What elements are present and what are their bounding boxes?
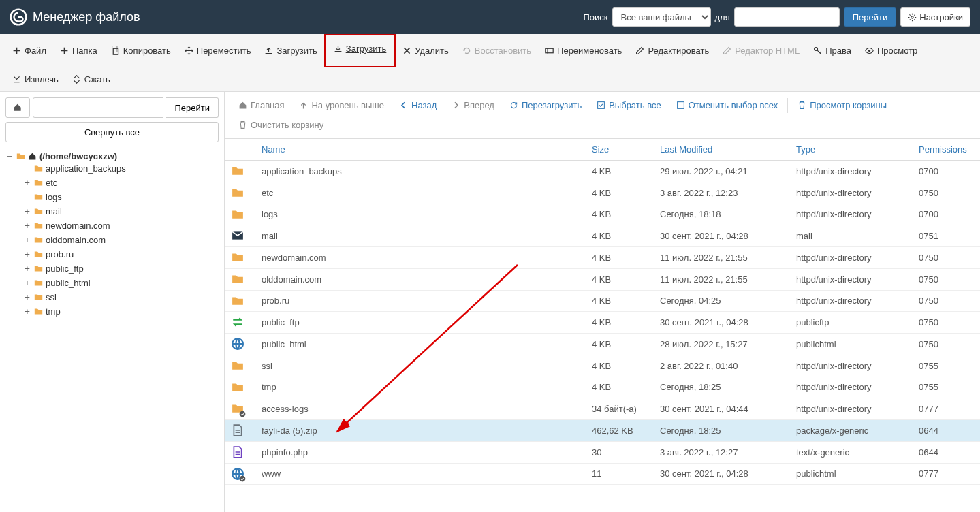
- tree-expand-icon[interactable]: +: [23, 235, 31, 245]
- cell-size: 4 KB: [585, 247, 653, 269]
- folder-icon: [34, 293, 43, 302]
- copy-button[interactable]: Копировать: [104, 39, 178, 63]
- table-row[interactable]: fayli-da (5).zip 462,62 KB Сегодня, 18:2…: [225, 420, 980, 442]
- cell-type: httpd/unix-directory: [789, 247, 912, 269]
- tree-expand-icon[interactable]: +: [23, 221, 31, 231]
- copy-label: Копировать: [123, 46, 171, 56]
- nav-up-button[interactable]: На уровень выше: [292, 96, 391, 114]
- tree-expand-icon[interactable]: [23, 163, 31, 174]
- edit-icon: [635, 46, 644, 55]
- cell-size: 4 KB: [585, 182, 653, 204]
- rename-button[interactable]: Переименовать: [538, 39, 629, 63]
- tree-root[interactable]: − (/home/bwcycxzw): [5, 151, 219, 161]
- table-row[interactable]: access-logs 34 байт(-а) 30 сент. 2021 г.…: [225, 398, 980, 420]
- tree-expand-icon[interactable]: [23, 192, 31, 202]
- table-row[interactable]: www 11 30 сент. 2021 г., 04:28 publichtm…: [225, 463, 980, 485]
- tree-item[interactable]: + ssl: [23, 292, 219, 302]
- tree-item[interactable]: + tmp: [23, 306, 219, 317]
- nav-view-trash-button[interactable]: Просмотр корзины: [791, 96, 894, 114]
- search-go-button[interactable]: Перейти: [844, 7, 897, 27]
- tree-item[interactable]: + public_ftp: [23, 263, 219, 274]
- table-row[interactable]: olddomain.com 4 KB 11 июл. 2022 г., 21:5…: [225, 268, 980, 290]
- cpanel-icon: [10, 8, 27, 26]
- table-row[interactable]: newdomain.com 4 KB 11 июл. 2022 г., 21:5…: [225, 247, 980, 269]
- search-input[interactable]: [734, 7, 840, 27]
- tree-item-label: etc: [46, 178, 57, 188]
- perms-label: Права: [825, 46, 851, 56]
- nav-back-button[interactable]: Назад: [392, 96, 443, 114]
- x-icon: [402, 46, 411, 55]
- cell-perms: 0750: [912, 290, 980, 312]
- cell-type: httpd/unix-directory: [789, 204, 912, 225]
- tree-item[interactable]: + mail: [23, 206, 219, 217]
- tree-expand-icon[interactable]: +: [23, 292, 31, 302]
- move-button[interactable]: Переместить: [178, 39, 258, 63]
- compress-button[interactable]: Сжать: [65, 67, 117, 91]
- tree-expand-icon[interactable]: +: [23, 278, 31, 288]
- col-modified-header[interactable]: Last Modified: [653, 139, 789, 161]
- tree-expand-icon[interactable]: +: [23, 206, 31, 217]
- upload-button[interactable]: Загрузить: [257, 39, 323, 63]
- cell-type: httpd/unix-directory: [789, 268, 912, 290]
- table-row[interactable]: phpinfo.php 30 3 авг. 2022 г., 12:27 tex…: [225, 441, 980, 463]
- html-editor-button[interactable]: Редактор HTML: [716, 39, 806, 63]
- link-badge-icon: [239, 475, 246, 482]
- path-input[interactable]: [33, 97, 163, 118]
- cell-size: 34 байт(-а): [585, 398, 653, 420]
- tree-expand-icon[interactable]: +: [23, 263, 31, 274]
- folder-icon: [34, 236, 43, 244]
- table-row[interactable]: tmp 4 KB Сегодня, 18:25 httpd/unix-direc…: [225, 377, 980, 398]
- path-go-button[interactable]: Перейти: [166, 97, 219, 118]
- search-scope-select[interactable]: Все ваши файлы: [612, 7, 711, 27]
- tree-item[interactable]: + newdomain.com: [23, 221, 219, 231]
- view-button[interactable]: Просмотр: [858, 39, 924, 63]
- folder-icon: [34, 250, 43, 259]
- table-row[interactable]: application_backups 4 KB 29 июл. 2022 г.…: [225, 161, 980, 182]
- cell-modified: 11 июл. 2022 г., 21:55: [653, 247, 789, 269]
- collapse-all-button[interactable]: Свернуть все: [5, 122, 219, 142]
- table-row[interactable]: etc 4 KB 3 авг. 2022 г., 12:23 httpd/uni…: [225, 182, 980, 204]
- cell-perms: 0750: [912, 182, 980, 204]
- nav-reload-button[interactable]: Перезагрузить: [503, 96, 588, 114]
- table-row[interactable]: logs 4 KB Сегодня, 18:18 httpd/unix-dire…: [225, 204, 980, 225]
- cell-name: mail: [255, 225, 585, 247]
- file-code-icon: [232, 446, 244, 458]
- table-row[interactable]: ssl 4 KB 2 авг. 2022 г., 01:40 httpd/uni…: [225, 355, 980, 377]
- col-perms-header[interactable]: Permissions: [912, 139, 980, 161]
- cell-modified: Сегодня, 04:25: [653, 290, 789, 312]
- tree-item[interactable]: + olddomain.com: [23, 235, 219, 245]
- delete-button[interactable]: Удалить: [396, 39, 456, 63]
- table-row[interactable]: public_html 4 KB 28 июл. 2022 г., 15:27 …: [225, 334, 980, 355]
- tree-expand-icon[interactable]: +: [23, 178, 31, 188]
- home-button[interactable]: [5, 97, 30, 118]
- nav-home-button[interactable]: Главная: [232, 96, 291, 114]
- col-icon[interactable]: [225, 139, 255, 161]
- new-folder-button[interactable]: Папка: [53, 39, 104, 63]
- extract-button[interactable]: Извлечь: [5, 67, 65, 91]
- table-row[interactable]: mail 4 KB 30 сент. 2021 г., 04:28 mail 0…: [225, 225, 980, 247]
- new-file-button[interactable]: Файл: [5, 39, 53, 63]
- tree-expand-icon[interactable]: +: [23, 249, 31, 259]
- edit-button[interactable]: Редактировать: [629, 39, 716, 63]
- restore-button[interactable]: Восстановить: [456, 39, 538, 63]
- col-size-header[interactable]: Size: [585, 139, 653, 161]
- col-name-header[interactable]: Name: [255, 139, 585, 161]
- nav-forward-button[interactable]: Вперед: [445, 96, 501, 114]
- tree-item[interactable]: + prob.ru: [23, 249, 219, 259]
- tree-item[interactable]: + public_html: [23, 278, 219, 288]
- download-button[interactable]: Загрузить: [327, 37, 393, 61]
- plus-icon: [12, 46, 21, 55]
- nav-empty-trash-button[interactable]: Очистить корзину: [232, 116, 330, 134]
- settings-button[interactable]: Настройки: [900, 7, 970, 27]
- tree-collapse-icon[interactable]: −: [5, 151, 14, 161]
- nav-select-all-button[interactable]: Выбрать все: [590, 96, 667, 114]
- table-row[interactable]: prob.ru 4 KB Сегодня, 04:25 httpd/unix-d…: [225, 290, 980, 312]
- col-type-header[interactable]: Type: [789, 139, 912, 161]
- tree-item[interactable]: logs: [23, 192, 219, 202]
- tree-item[interactable]: + etc: [23, 178, 219, 188]
- tree-expand-icon[interactable]: +: [23, 306, 31, 317]
- tree-item[interactable]: application_backups: [23, 163, 219, 174]
- nav-deselect-all-button[interactable]: Отменить выбор всех: [669, 96, 785, 114]
- table-row[interactable]: public_ftp 4 KB 30 сент. 2021 г., 04:28 …: [225, 312, 980, 334]
- permissions-button[interactable]: Права: [806, 39, 858, 63]
